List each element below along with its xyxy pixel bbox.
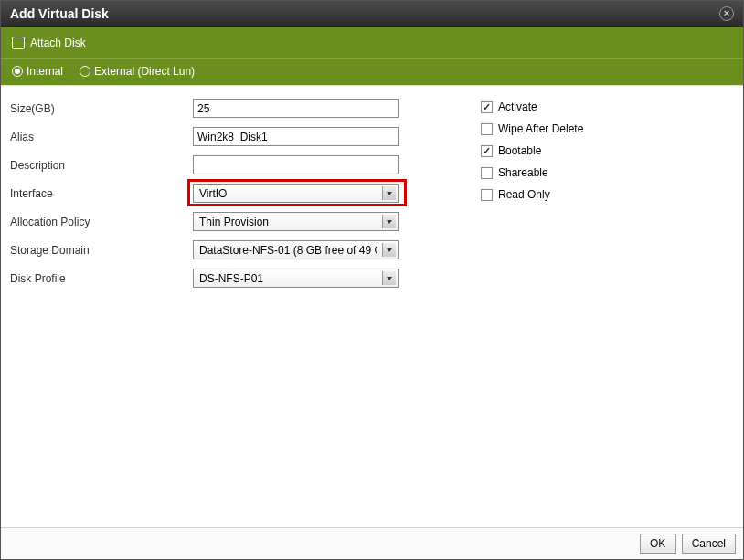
checkbox-bootable-label: Bootable	[498, 144, 541, 157]
label-disk-profile: Disk Profile	[10, 272, 193, 285]
attach-disk-label: Attach Disk	[30, 37, 86, 49]
label-alias: Alias	[10, 131, 193, 143]
radio-external-label: External (Direct Lun)	[94, 65, 195, 78]
header-band: Attach Disk Internal External (Direct Lu…	[1, 27, 743, 85]
row-disk-profile: Disk Profile DS-NFS-P01	[10, 269, 399, 288]
chevron-down-icon	[382, 186, 396, 200]
checkbox-icon	[481, 167, 493, 179]
radio-internal[interactable]: Internal	[12, 65, 63, 78]
disk-profile-value: DS-NFS-P01	[199, 272, 263, 285]
storage-domain-value: DataStore-NFS-01 (8 GB free of 49 GB)	[199, 244, 377, 257]
disk-profile-select[interactable]: DS-NFS-P01	[193, 269, 399, 288]
dialog-footer: OK Cancel	[1, 527, 743, 559]
checkbox-shareable[interactable]: Shareable	[481, 166, 583, 179]
row-alias: Alias	[10, 127, 399, 146]
dialog-content: Size(GB) Alias Description Interface Vir…	[1, 85, 743, 527]
dialog-title: Add Virtual Disk	[10, 6, 109, 21]
attach-disk-row: Attach Disk	[1, 27, 743, 59]
radio-icon	[12, 66, 23, 77]
ok-button[interactable]: OK	[640, 534, 676, 554]
attach-disk-checkbox[interactable]	[12, 37, 25, 49]
checkbox-icon	[481, 189, 493, 201]
checkbox-activate[interactable]: Activate	[481, 100, 583, 113]
radio-icon	[80, 66, 90, 77]
checkbox-read-only-label: Read Only	[498, 188, 550, 201]
radio-external[interactable]: External (Direct Lun)	[80, 65, 195, 78]
checkbox-icon	[481, 101, 493, 113]
allocation-policy-select[interactable]: Thin Provision	[193, 212, 399, 231]
checkbox-activate-label: Activate	[498, 100, 537, 113]
row-allocation-policy: Allocation Policy Thin Provision	[10, 212, 399, 231]
row-description: Description	[10, 155, 399, 174]
cancel-button[interactable]: Cancel	[682, 534, 736, 554]
label-description: Description	[10, 159, 193, 172]
label-allocation-policy: Allocation Policy	[10, 216, 193, 228]
checkbox-shareable-label: Shareable	[498, 166, 548, 179]
radio-internal-label: Internal	[27, 65, 63, 78]
size-input[interactable]	[193, 99, 399, 118]
row-size: Size(GB)	[10, 99, 399, 118]
checkbox-icon	[481, 123, 493, 135]
add-virtual-disk-dialog: Add Virtual Disk × Attach Disk Internal …	[0, 0, 744, 560]
chevron-down-icon	[382, 271, 396, 285]
label-storage-domain: Storage Domain	[10, 244, 193, 257]
description-input[interactable]	[193, 155, 399, 174]
checkbox-bootable[interactable]: Bootable	[481, 144, 583, 157]
left-column: Size(GB) Alias Description Interface Vir…	[10, 99, 399, 518]
label-interface: Interface	[10, 187, 193, 200]
checkbox-wipe-after-delete[interactable]: Wipe After Delete	[481, 122, 583, 135]
checkbox-icon	[481, 145, 493, 157]
row-storage-domain: Storage Domain DataStore-NFS-01 (8 GB fr…	[10, 240, 399, 259]
chevron-down-icon	[382, 215, 396, 228]
checkbox-wipe-label: Wipe After Delete	[498, 122, 583, 135]
alias-input[interactable]	[193, 127, 399, 146]
close-icon[interactable]: ×	[719, 6, 734, 21]
disk-mode-radios: Internal External (Direct Lun)	[1, 59, 743, 85]
interface-value: VirtIO	[199, 187, 227, 200]
checkbox-read-only[interactable]: Read Only	[481, 188, 583, 201]
label-size: Size(GB)	[10, 102, 193, 115]
chevron-down-icon	[382, 243, 396, 257]
interface-select[interactable]: VirtIO	[193, 184, 399, 203]
right-column: Activate Wipe After Delete Bootable Shar…	[481, 99, 583, 518]
allocation-policy-value: Thin Provision	[199, 216, 269, 228]
row-interface: Interface VirtIO	[10, 184, 399, 203]
titlebar: Add Virtual Disk ×	[1, 1, 743, 27]
storage-domain-select[interactable]: DataStore-NFS-01 (8 GB free of 49 GB)	[193, 240, 399, 259]
